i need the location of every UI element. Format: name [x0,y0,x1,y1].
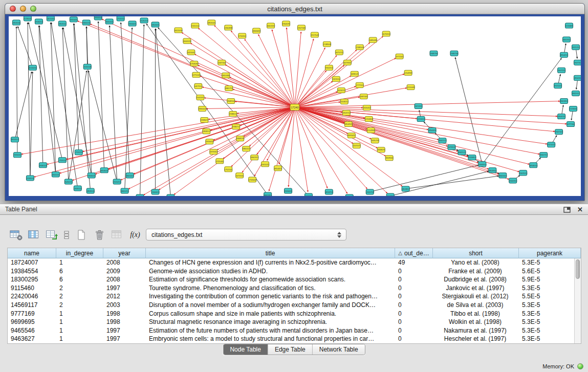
graph-node[interactable]: 1723054 [569,106,578,112]
table-row[interactable]: 977716911998Corpus callosum shape and si… [8,310,574,318]
graph-node[interactable]: 1920513 [136,194,144,196]
graph-node[interactable]: 1941022 [261,162,270,167]
graph-node[interactable]: 2126041 [24,16,32,21]
graph-node[interactable]: 1854921 [344,122,353,127]
graph-node[interactable]: 1841513 [458,150,466,155]
graph-node[interactable]: 1841213 [120,188,129,193]
graph-node[interactable]: 1851839 [222,73,230,78]
graph-node[interactable]: 1207071 [353,143,361,148]
graph-node[interactable]: 1906013 [88,173,96,178]
minimize-button[interactable] [20,6,26,12]
graph-node[interactable]: 2016108 [83,64,92,69]
row-options-button[interactable] [63,228,70,242]
graph-node[interactable]: 1725441 [215,159,224,164]
graph-node[interactable]: 1558212 [340,99,349,104]
graph-node[interactable]: 1938013 [229,112,237,117]
graph-node[interactable]: 1616412 [363,105,372,110]
new-table-button[interactable] [9,228,23,242]
graph-node[interactable]: 1959713 [342,111,351,116]
graph-node[interactable]: 1860113 [242,146,251,151]
graph-node[interactable]: 1906713 [304,193,313,196]
graph-node[interactable]: 1687441 [360,94,368,99]
graph-node[interactable]: 1809561 [385,156,394,161]
graph-node[interactable]: 1822058 [174,28,183,33]
graph-node[interactable]: 1322014 [332,76,341,81]
tab-edge-table[interactable]: Edge Table [268,344,312,355]
graph-node[interactable]: 1920213 [113,179,121,184]
graph-node[interactable]: 1853813 [401,186,410,191]
graph-node[interactable]: 1675941 [235,173,244,178]
graph-node[interactable]: 1401004 [47,16,55,21]
graph-node[interactable]: 1841413 [345,194,354,196]
graph-node[interactable]: 1907113 [555,129,563,135]
column-header-out-degree[interactable]: △ out_de… [395,248,433,258]
graph-node[interactable]: 1853513 [86,188,95,193]
graph-node[interactable]: 1854213 [560,52,569,57]
graph-node[interactable]: 1841613 [498,173,507,178]
table-row[interactable]: 1938455462009Genome-wide association stu… [8,267,574,276]
graph-node[interactable]: 1210604 [365,117,374,122]
column-header-in-degree[interactable]: in_degree [56,248,103,258]
graph-node[interactable]: 1275141 [192,72,201,77]
graph-node[interactable]: 1841713 [539,152,548,158]
graph-node[interactable]: 1806213 [82,20,91,25]
graph-node[interactable]: 1151449 [407,84,416,90]
tab-network-table[interactable]: Network Table [312,344,365,355]
merge-tables-button[interactable] [111,228,124,242]
memory-indicator[interactable] [577,363,583,369]
column-header-short[interactable]: short [433,248,519,258]
graph-node[interactable]: 1808102 [227,98,235,103]
graph-node[interactable]: 1906213 [35,19,43,24]
graph-node[interactable]: 1679919 [447,145,456,150]
graph-node[interactable]: 1861713 [225,85,233,91]
graph-node[interactable]: 2126213 [140,18,148,23]
graph-node[interactable]: 1675913 [382,31,391,36]
table-selector-dropdown[interactable]: citations_edges.txt [146,229,346,240]
graph-node[interactable]: 1853204 [12,20,21,25]
graph-node[interactable]: 1853913 [488,168,497,173]
column-header-year[interactable]: year [103,248,146,258]
graph-node[interactable]: 1920813 [468,155,476,160]
graph-node[interactable]: 1753112 [117,16,125,21]
table-row[interactable]: 946554611997Estimation of the future num… [8,326,574,335]
column-header-title[interactable]: title [146,248,395,258]
graph-node[interactable]: 1841113 [52,172,60,177]
graph-node[interactable]: 1755901 [238,33,247,38]
graph-node[interactable]: 1759441 [248,177,257,182]
graph-node[interactable]: 1853613 [166,194,175,196]
graph-node[interactable]: 1921013 [547,142,556,147]
graph-node[interactable]: 1854113 [557,114,566,119]
graph-node[interactable]: 1447004 [217,60,226,65]
graph-node[interactable]: 1316012 [417,117,425,122]
graph-node[interactable]: 1907213 [557,68,566,73]
graph-node[interactable]: 1626215 [337,87,346,93]
graph-node[interactable]: 1154969 [404,70,413,75]
graph-node[interactable]: 1590513 [26,176,35,181]
graph-node[interactable]: 1862313 [250,155,259,160]
graph-node[interactable]: 1858117 [202,129,211,134]
graph-node[interactable]: 2260838 [224,25,233,30]
table-row[interactable]: 946362711997Embryonic stem cells: a mode… [8,335,574,343]
graph-node[interactable]: 1920114 [191,23,200,28]
graph-node[interactable]: 1907343 [297,25,306,30]
graph-node[interactable]: 1853112 [58,21,67,26]
graph-node[interactable]: 1758183 [190,61,199,66]
table-row[interactable]: 1830029562008Estimation of significance … [8,275,574,284]
graph-node[interactable]: 1920013 [13,152,22,158]
graph-node[interactable]: 1675715 [335,50,344,55]
graph-node[interactable]: 1920913 [509,178,517,183]
graph-node[interactable]: 1920415 [70,17,78,22]
close-button[interactable] [10,6,16,12]
graph-node[interactable]: 1961913 [325,65,334,70]
network-canvas[interactable]: 1853204212604119062131401004185311219204… [9,16,581,196]
table-row[interactable]: 1456911722003Disruption of a novel membe… [8,301,574,310]
graph-node[interactable]: 1971541 [395,54,404,59]
graph-node[interactable]: 1921113 [554,83,562,88]
graph-node[interactable]: 1808133 [236,136,245,141]
show-columns-button[interactable] [27,228,40,242]
graph-node[interactable]: 1854313 [574,75,581,80]
graph-node[interactable]: 1920713 [366,189,375,194]
graph-node[interactable]: 1698121 [351,71,359,76]
graph-node[interactable]: 1926414 [205,139,214,144]
close-panel-icon[interactable]: ✕ [577,206,583,213]
